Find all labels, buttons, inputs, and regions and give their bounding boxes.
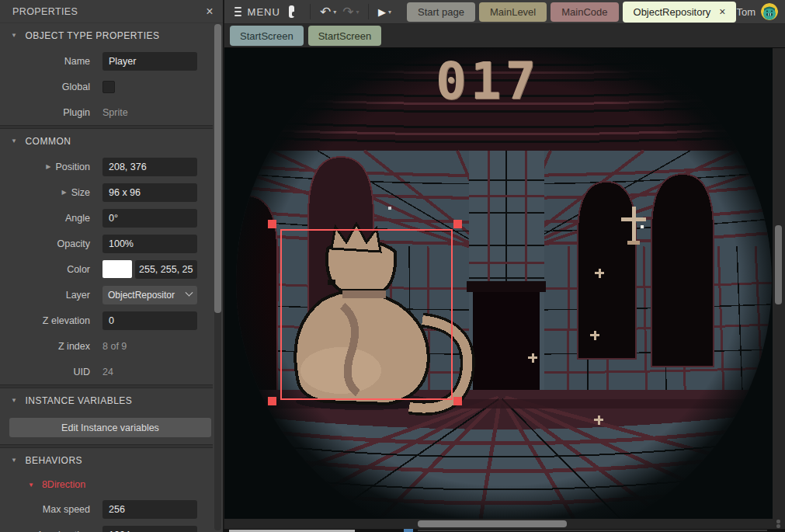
tab-maincode[interactable]: MainCode <box>551 2 618 22</box>
layer-dropdown[interactable]: ObjectRepositor <box>102 286 197 304</box>
bottom-strip-icon <box>404 529 413 532</box>
property-row-max-speed: Max speed <box>0 496 213 522</box>
selection-handle-bottom-right[interactable] <box>453 397 462 405</box>
global-checkbox[interactable] <box>102 81 115 93</box>
z-index-label: Z index <box>0 341 102 352</box>
view-subtabs: StartScreen StartScreen <box>224 24 785 48</box>
layer-label: Layer <box>0 290 102 301</box>
size-label: ▶ Size <box>0 187 102 198</box>
property-row-angle: Angle <box>0 205 213 231</box>
chevron-down-icon: ▾ <box>356 9 359 16</box>
name-label: Name <box>0 56 102 67</box>
section-title: BEHAVIORS <box>25 455 82 466</box>
uid-value: 24 <box>102 367 113 377</box>
section-title: OBJECT TYPE PROPERTIES <box>25 30 159 41</box>
tab-mainlevel[interactable]: MainLevel <box>479 2 547 22</box>
chevron-down-icon: ▼ <box>11 32 17 39</box>
section-header-instance-variables[interactable]: ▼ INSTANCE VARIABLES <box>0 388 213 413</box>
global-label: Global <box>0 82 102 92</box>
property-row-acceleration: Acceleration <box>0 522 213 532</box>
property-row-name: Name <box>0 48 213 74</box>
chevron-down-icon: ▼ <box>11 397 17 404</box>
property-row-plugin: Plugin Sprite <box>0 99 213 125</box>
section-header-object-type[interactable]: ▼ OBJECT TYPE PROPERTIES <box>0 23 213 48</box>
behavior-8direction[interactable]: ▼ 8Direction <box>0 473 213 496</box>
undo-icon: ↶ <box>320 5 331 19</box>
chevron-down-icon: ▼ <box>11 137 17 144</box>
selection-handle-top-right[interactable] <box>453 220 462 228</box>
counter-object[interactable]: 017 <box>436 51 540 111</box>
property-row-z-index: Z index 8 of 9 <box>0 333 213 359</box>
tab-objectrepository[interactable]: ObjectRepository × <box>623 2 737 23</box>
preview-button[interactable]: ▶ ▾ <box>378 6 391 18</box>
close-icon[interactable]: × <box>719 5 725 18</box>
horizontal-scrollbar-track[interactable] <box>224 519 773 529</box>
opacity-input[interactable] <box>102 235 197 253</box>
tab-start-page[interactable]: Start page <box>407 2 475 22</box>
chevron-down-icon: ▼ <box>11 457 17 464</box>
redo-button[interactable]: ↷ ▾ <box>342 5 359 19</box>
save-icon[interactable] <box>289 5 295 18</box>
property-row-uid: UID 24 <box>0 359 213 384</box>
toolbar-divider <box>310 4 311 19</box>
properties-panel-header: PROPERTIES × <box>0 0 223 23</box>
edit-instance-variables-button[interactable]: Edit Instance variables <box>9 418 211 437</box>
chevron-down-icon: ▼ <box>28 482 34 489</box>
z-elevation-label: Z elevation <box>0 315 102 326</box>
angle-input[interactable] <box>102 209 197 228</box>
toolbar-divider <box>368 4 369 19</box>
horizontal-scrollbar-thumb[interactable] <box>418 520 567 527</box>
main-toolbar: MENU ↶ ▾ ↷ ▾ ▶ ▾ Start page MainLevel Ma… <box>224 0 785 24</box>
undo-button[interactable]: ↶ ▾ <box>320 5 336 19</box>
subtab-startscreen-layout[interactable]: StartScreen <box>230 26 304 46</box>
section-header-common[interactable]: ▼ COMMON <box>0 129 213 154</box>
acceleration-input[interactable] <box>102 526 197 532</box>
redo-icon: ↷ <box>342 5 353 19</box>
user-name: Tom <box>736 6 755 18</box>
name-input[interactable] <box>102 52 197 71</box>
layer-dropdown-value: ObjectRepositor <box>108 290 175 301</box>
chevron-down-icon[interactable]: ▾ <box>388 9 391 16</box>
property-row-layer: Layer ObjectRepositor <box>0 282 213 308</box>
color-input[interactable] <box>135 260 197 279</box>
property-row-size: ▶ Size <box>0 179 213 205</box>
property-row-color: Color <box>0 256 213 282</box>
max-speed-input[interactable] <box>102 500 197 519</box>
panel-scrollbar-thumb[interactable] <box>214 24 221 313</box>
chevron-down-icon <box>186 289 193 297</box>
hamburger-menu-icon[interactable] <box>234 7 241 16</box>
vertical-scrollbar-track[interactable] <box>773 48 785 519</box>
selection-handle-bottom-left[interactable] <box>268 397 276 405</box>
z-elevation-input[interactable] <box>102 311 197 330</box>
menu-button[interactable]: MENU <box>248 6 280 18</box>
expand-arrow-icon[interactable]: ▶ <box>62 189 67 196</box>
subtab-startscreen-eventsheet[interactable]: StartScreen <box>308 26 382 46</box>
uid-label: UID <box>0 367 102 377</box>
size-input[interactable] <box>102 183 197 202</box>
color-label: Color <box>0 264 102 275</box>
plugin-value: Sprite <box>102 107 128 118</box>
selection-handle-top-left[interactable] <box>268 220 276 228</box>
properties-panel: PROPERTIES × ▼ OBJECT TYPE PROPERTIES Na… <box>0 0 224 532</box>
editor-tabs: Start page MainLevel MainCode ObjectRepo… <box>407 2 736 23</box>
plugin-label: Plugin <box>0 107 102 118</box>
property-row-global: Global <box>0 74 213 99</box>
bottom-edge-strip <box>224 529 785 532</box>
panel-scrollbar-track[interactable] <box>214 24 221 530</box>
position-input[interactable] <box>102 158 197 176</box>
color-swatch[interactable] <box>102 260 132 278</box>
avatar[interactable] <box>761 3 778 20</box>
bottom-strip-line <box>418 530 767 531</box>
angle-label: Angle <box>0 213 102 224</box>
close-icon[interactable]: × <box>204 5 215 18</box>
selection-box[interactable] <box>280 229 453 400</box>
color-field <box>102 260 197 279</box>
property-row-opacity: Opacity <box>0 231 213 256</box>
vertical-scrollbar-thumb[interactable] <box>775 225 782 304</box>
chevron-down-icon[interactable]: ▾ <box>333 9 336 16</box>
layout-canvas[interactable]: 017 <box>224 48 773 519</box>
scrollbar-corner <box>773 519 785 529</box>
expand-arrow-icon[interactable]: ▶ <box>46 163 50 170</box>
section-header-behaviors[interactable]: ▼ BEHAVIORS <box>0 448 213 473</box>
z-index-value: 8 of 9 <box>102 341 127 352</box>
